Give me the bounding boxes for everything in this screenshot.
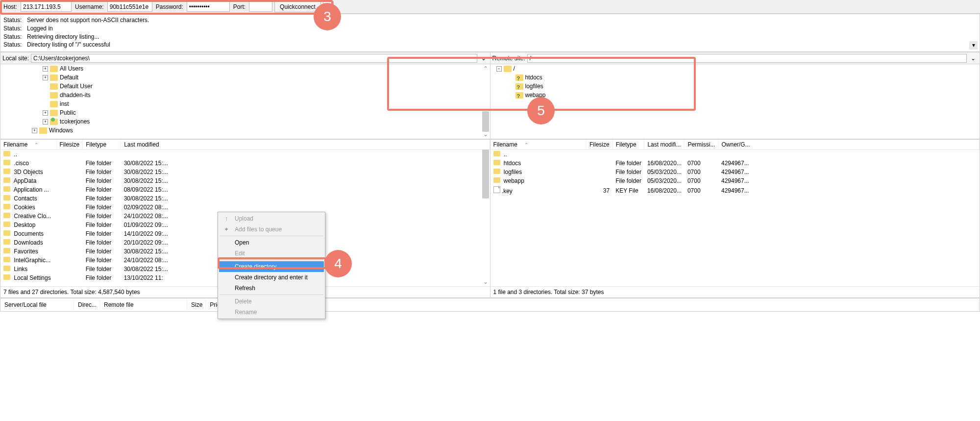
remote-site-path[interactable]: [527, 54, 967, 63]
remote-site-label: Remote site:: [492, 55, 525, 62]
file-row[interactable]: ..: [490, 150, 980, 159]
password-input[interactable]: [187, 1, 230, 12]
log-key: Status:: [3, 41, 27, 49]
tree-item[interactable]: +Public: [43, 108, 487, 117]
message-log[interactable]: Status:Server does not support non-ASCII…: [0, 14, 980, 52]
scrollbar-thumb[interactable]: [482, 111, 489, 132]
file-row[interactable]: Application ...File folder08/09/2022 15:…: [0, 185, 490, 194]
remote-site-bar: Remote site: ⌄: [490, 52, 980, 64]
ctx-add-queue[interactable]: ✦Add files to queue: [219, 224, 324, 235]
ctx-create-directory[interactable]: Create directory: [219, 261, 324, 272]
log-msg: Retrieving directory listing...: [27, 33, 99, 41]
remote-file-list[interactable]: Filename Filesize Filetype Last modifi..…: [490, 140, 980, 286]
remote-status: 1 file and 3 directories. Total size: 37…: [490, 286, 980, 297]
ctx-create-directory-enter[interactable]: Create directory and enter it: [219, 272, 324, 283]
ctx-open[interactable]: Open: [219, 237, 324, 248]
tree-item[interactable]: Default User: [43, 82, 487, 91]
quickconnect-button[interactable]: Quickconnect: [274, 1, 321, 12]
ctx-rename[interactable]: Rename: [219, 307, 324, 318]
transfer-queue[interactable]: Server/Local file Direc... Remote file S…: [0, 298, 980, 312]
scroll-up-icon[interactable]: ⌃: [482, 65, 489, 72]
ctx-refresh[interactable]: Refresh: [219, 283, 324, 294]
local-tree[interactable]: ⌃ +All Users +Default Default User dhadd…: [0, 64, 490, 139]
col-filesize[interactable]: Filesize: [56, 140, 83, 150]
col-server-local[interactable]: Server/Local file: [1, 299, 74, 310]
separator: [220, 295, 323, 295]
quickconnect-dropdown[interactable]: ▾: [323, 1, 334, 12]
file-row[interactable]: 3D ObjectsFile folder30/08/2022 15:...: [0, 168, 490, 176]
separator: [220, 260, 323, 260]
col-permissions[interactable]: Permissi...: [685, 140, 718, 150]
log-msg: Logged in: [27, 25, 53, 33]
separator: [220, 236, 323, 236]
col-owner[interactable]: Owner/G...: [718, 140, 980, 150]
upload-icon: ↑: [223, 215, 230, 222]
tree-item[interactable]: +All Users: [43, 64, 487, 73]
log-key: Status:: [3, 16, 27, 25]
col-filetype[interactable]: Filetype: [612, 140, 644, 150]
scrollbar-thumb[interactable]: [482, 149, 489, 198]
tree-item-root[interactable]: −/: [496, 64, 977, 73]
tree-item[interactable]: webapp: [508, 91, 977, 99]
file-row[interactable]: logfilesFile folder05/03/2020...07004294…: [490, 168, 980, 176]
tree-item[interactable]: htdocs: [508, 73, 977, 82]
ctx-edit[interactable]: Edit: [219, 248, 324, 259]
username-label: Username:: [74, 3, 105, 10]
ctx-delete[interactable]: Delete: [219, 296, 324, 307]
log-msg: Server does not support non-ASCII charac…: [27, 16, 149, 25]
local-site-path[interactable]: [31, 54, 477, 63]
remote-tree[interactable]: −/ htdocs logfiles webapp: [490, 64, 980, 139]
log-msg: Directory listing of "/" successful: [27, 41, 110, 49]
tree-item[interactable]: +Default: [43, 73, 487, 82]
col-remote-file[interactable]: Remote file: [101, 299, 187, 310]
tree-item[interactable]: logfiles: [508, 82, 977, 91]
host-input[interactable]: [21, 1, 72, 12]
col-lastmod[interactable]: Last modified: [121, 140, 490, 150]
log-key: Status:: [3, 25, 27, 33]
port-input[interactable]: [249, 1, 272, 12]
scroll-down-icon[interactable]: ⌄: [482, 278, 489, 285]
host-label: Host:: [2, 3, 19, 10]
local-site-bar: Local site: ⌄: [0, 52, 490, 64]
col-filesize[interactable]: Filesize: [587, 140, 613, 150]
file-row[interactable]: ContactsFile folder30/08/2022 15:...: [0, 194, 490, 203]
file-row[interactable]: .key37KEY File16/08/2020...07004294967..…: [490, 185, 980, 196]
file-row[interactable]: htdocsFile folder16/08/2020...0700429496…: [490, 159, 980, 168]
col-size[interactable]: Size: [188, 299, 206, 310]
file-row[interactable]: webappFile folder05/03/2020...0700429496…: [490, 176, 980, 185]
context-menu: ↑Upload ✦Add files to queue Open Edit Cr…: [218, 212, 325, 319]
ctx-upload[interactable]: ↑Upload: [219, 213, 324, 224]
scroll-down-icon[interactable]: ⌄: [482, 131, 489, 138]
tree-item[interactable]: inst: [43, 99, 487, 108]
username-input[interactable]: [107, 1, 152, 12]
tree-item[interactable]: +Windows: [32, 126, 487, 135]
file-row[interactable]: .ciscoFile folder30/08/2022 15:...: [0, 159, 490, 168]
quickconnect-bar: Host: Username: Password: Port: Quickcon…: [0, 0, 980, 14]
tree-item[interactable]: dhadden-its: [43, 91, 487, 99]
col-filename[interactable]: Filename: [0, 140, 56, 150]
col-status[interactable]: Status: [233, 299, 979, 310]
col-lastmod[interactable]: Last modifi...: [644, 140, 685, 150]
col-direction[interactable]: Direc...: [75, 299, 100, 310]
col-filetype[interactable]: Filetype: [83, 140, 121, 150]
remote-site-dropdown[interactable]: ⌄: [969, 55, 978, 62]
password-label: Password:: [154, 3, 185, 10]
add-queue-icon: ✦: [223, 226, 230, 233]
scroll-down-icon[interactable]: ▾: [969, 41, 978, 50]
col-filename[interactable]: Filename: [490, 140, 587, 150]
tree-item[interactable]: +tcokerjones: [43, 117, 487, 126]
file-row[interactable]: AppDataFile folder30/08/2022 15:...: [0, 176, 490, 185]
port-label: Port:: [232, 3, 247, 10]
local-site-label: Local site:: [2, 55, 29, 62]
log-key: Status:: [3, 33, 27, 41]
local-site-dropdown[interactable]: ⌄: [479, 55, 488, 62]
file-row[interactable]: ..: [0, 150, 490, 159]
file-row[interactable]: CookiesFile folder02/09/2022 08:...: [0, 203, 490, 212]
